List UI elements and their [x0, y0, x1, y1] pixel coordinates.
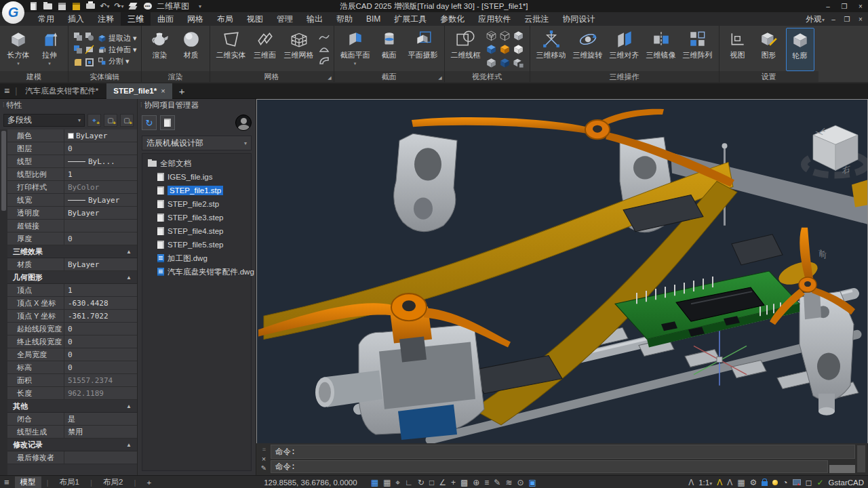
grid-snap-toggle[interactable]: ⌖	[395, 479, 400, 487]
align-3d-button[interactable]: 三维对齐	[608, 28, 642, 71]
tree-file-step3[interactable]: STEP_file3.step	[142, 211, 251, 224]
dialog-launcher-icon[interactable]: ◢	[438, 75, 441, 81]
doc-tab-step-file1[interactable]: STEP_file1* ×	[106, 83, 172, 99]
layout-tab-layout1[interactable]: 布局1	[54, 476, 85, 488]
command-resize-button[interactable]	[829, 465, 855, 473]
command-scrollbar[interactable]	[856, 445, 866, 473]
tree-file-step4[interactable]: STEP_file4.step	[142, 224, 251, 238]
rotate-3d-button[interactable]: 三维旋转	[571, 28, 605, 71]
ruled-mesh-icon[interactable]	[319, 56, 330, 66]
intersect-icon[interactable]	[73, 43, 83, 56]
snap-mode-toggle[interactable]: ▦	[383, 479, 391, 487]
revolved-mesh-icon[interactable]	[319, 33, 330, 43]
angle-snap-toggle[interactable]: ∠	[439, 479, 446, 487]
print-icon[interactable]	[85, 1, 96, 11]
new-file-icon[interactable]	[28, 1, 39, 11]
layers-icon[interactable]	[128, 1, 138, 11]
menu-bim[interactable]: BIM	[359, 12, 387, 26]
object-snap-3d-toggle[interactable]: ▩	[460, 479, 468, 487]
minimize-button[interactable]: –	[821, 1, 835, 12]
user-avatar[interactable]	[235, 115, 252, 131]
subtract-icon[interactable]	[84, 30, 95, 43]
close-tab-icon[interactable]: ×	[161, 87, 165, 95]
new-layout-button[interactable]: +	[141, 478, 157, 487]
transparency-toggle[interactable]: ≋	[505, 479, 512, 487]
vs-shades-white-icon[interactable]	[513, 43, 526, 56]
vs-xray-icon[interactable]	[499, 57, 512, 70]
menu-yunpizhu[interactable]: 云批注	[517, 12, 555, 26]
tree-file-step2[interactable]: STEP_file2.stp	[142, 197, 251, 211]
section-header-3d-effects[interactable]: 三维效果▲	[7, 245, 137, 258]
edge-mesh-icon[interactable]	[319, 45, 330, 55]
menu-bangzhu[interactable]: 帮助	[330, 12, 359, 26]
mirror-3d-button[interactable]: 三维镜像	[644, 28, 678, 71]
tree-file-assembly-dwg[interactable]: 汽车底盘夹钳零配件.dwg	[142, 265, 251, 279]
performance-gauge-icon[interactable]: ◔	[783, 479, 787, 487]
vs-hidden-icon[interactable]	[486, 30, 498, 43]
grid-display-toggle[interactable]: ▦	[371, 479, 378, 487]
menu-changyong[interactable]: 常用	[31, 12, 61, 26]
separate-button[interactable]: 分割▾	[98, 56, 137, 66]
hardware-acceleration-icon[interactable]	[793, 479, 801, 485]
slice-icon[interactable]	[84, 43, 95, 56]
tree-folder-all-docs[interactable]: 全部文档	[142, 157, 251, 170]
doc-tab-assembly[interactable]: 汽车底盘夹钳零配件*	[18, 83, 105, 99]
toggle-pickadd-button[interactable]: ▢+	[120, 114, 134, 127]
material-button[interactable]: 材质	[177, 28, 205, 71]
section-button[interactable]: 截面	[375, 28, 403, 71]
solid-2d-button[interactable]: 二维实体	[214, 28, 248, 71]
shell-icon[interactable]	[84, 56, 95, 68]
license-check-icon[interactable]: ✓	[817, 479, 824, 487]
vs-shaded-gray-icon[interactable]	[513, 30, 526, 43]
command-input[interactable]: 命令:	[271, 460, 828, 473]
extract-edges-button[interactable]: 提取边▾	[98, 33, 137, 43]
close-command-icon[interactable]: ×	[262, 455, 266, 463]
layout-tab-layout2[interactable]: 布局2	[98, 476, 128, 488]
settings-gear-icon[interactable]: ⚙	[750, 479, 757, 487]
department-selector[interactable]: 浩辰机械设计部 ▾	[142, 136, 252, 150]
workspace-selector[interactable]: 二维草图 ▾	[157, 1, 201, 12]
open-file-icon[interactable]	[43, 1, 53, 11]
tree-file-jiagongtu-dwg[interactable]: 加工图.dwg	[142, 251, 251, 265]
new-tab-button[interactable]: +	[174, 85, 191, 97]
vs-sketchy-icon[interactable]	[486, 57, 498, 70]
array-3d-button[interactable]: 三维阵列	[681, 28, 715, 71]
menu-kuozhan[interactable]: 扩展工具	[387, 12, 433, 26]
tree-file-iges[interactable]: IGES_file.igs	[142, 170, 251, 184]
annotation-visibility-icon[interactable]: Λ	[688, 479, 694, 487]
wireframe-2d-button[interactable]: 二维线框	[449, 28, 483, 71]
flatshot-button[interactable]: 平面摄影	[406, 28, 440, 71]
menu-charu[interactable]: 插入	[61, 12, 91, 26]
face-3d-button[interactable]: 三维面	[251, 28, 279, 71]
vs-realistic-icon[interactable]	[486, 43, 498, 56]
extrude-button[interactable]: 拉伸 ▾	[35, 28, 64, 71]
menu-qumian[interactable]: 曲面	[151, 12, 180, 26]
menu-sanwei[interactable]: 三维	[121, 12, 151, 26]
ortho-mode-toggle[interactable]: ∟	[405, 479, 413, 487]
menu-buju[interactable]: 布局	[210, 12, 240, 26]
menu-zhushi[interactable]: 注释	[91, 12, 121, 26]
extrude-face-button[interactable]: 拉伸面▾	[98, 45, 137, 55]
object-snap-toggle[interactable]: □	[429, 479, 434, 487]
quick-view-table-icon[interactable]: ▦	[737, 479, 745, 487]
undo-icon[interactable]: ↶▾	[100, 1, 110, 11]
tree-file-step1[interactable]: STEP_file1.stp	[142, 184, 251, 197]
close-button[interactable]: ×	[853, 1, 868, 12]
layout-menu-icon[interactable]: ≡	[4, 477, 9, 487]
snap-tracking-toggle[interactable]: +	[451, 479, 456, 487]
appearance-menu[interactable]: 外观▾	[806, 14, 825, 25]
section-header-geometry[interactable]: 几何图形▲	[7, 271, 137, 284]
unlock-icon[interactable]	[762, 481, 768, 486]
section-header-other[interactable]: 其他▲	[7, 400, 137, 413]
menu-guanli[interactable]: 管理	[270, 12, 300, 26]
dynamic-input-toggle[interactable]: ⊕	[473, 479, 479, 487]
vs-custom-icon[interactable]	[513, 57, 526, 70]
box-button[interactable]: 长方体 ▾	[4, 28, 33, 71]
fullscreen-icon[interactable]: ◻	[806, 479, 812, 487]
layout-tab-model[interactable]: 模型	[15, 476, 41, 488]
section-header-modify-record[interactable]: 修改记录▲	[7, 439, 137, 451]
color-value[interactable]: ByLayer	[64, 129, 137, 142]
isolate-objects-bulb-icon[interactable]	[772, 480, 778, 485]
dock-grip[interactable]: ≡	[262, 446, 265, 453]
annotation-monitor-icon[interactable]: Λ	[727, 479, 732, 487]
